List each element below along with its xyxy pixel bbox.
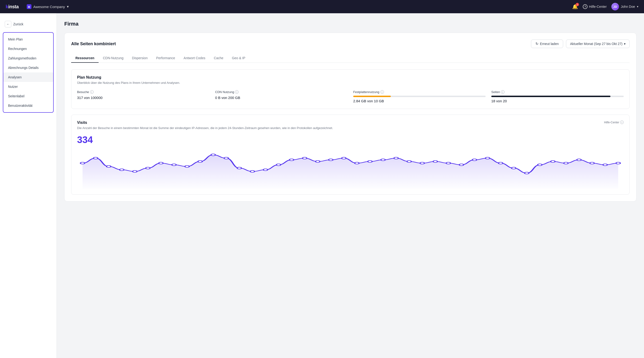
svg-point-38 <box>577 159 581 161</box>
svg-point-6 <box>159 162 163 164</box>
user-menu[interactable]: JD John Doe ▾ <box>611 3 638 11</box>
tab-cache[interactable]: Cache <box>210 54 228 63</box>
plan-nutzung-desc: Überblick über die Nutzung des Plans in … <box>77 81 624 85</box>
notifications-bell[interactable]: 🔔 1 <box>572 4 578 10</box>
svg-point-29 <box>459 164 464 166</box>
svg-point-10 <box>211 154 215 156</box>
svg-point-17 <box>302 157 307 159</box>
sidebar-item-rechnungen[interactable]: Rechnungen <box>3 44 53 54</box>
svg-point-34 <box>524 172 529 174</box>
card-header: Alle Seiten kombiniert ↻ Erneut laden Ak… <box>71 40 630 48</box>
besuche-value: 317 von 100000 <box>77 96 210 100</box>
festplatten-progress-fill <box>353 96 391 97</box>
sidebar-item-mein-plan[interactable]: Mein Plan <box>3 35 53 44</box>
svg-point-25 <box>407 160 411 162</box>
period-chevron-icon: ▾ <box>624 42 626 46</box>
metric-seiten: Seiten i 18 von 20 <box>491 90 624 103</box>
company-icon: ▦ <box>27 4 32 9</box>
sidebar-nav: Mein Plan Rechnungen Zahlungsmethoden Ab… <box>3 32 54 113</box>
seiten-progress-fill <box>491 96 610 97</box>
back-arrow-icon: ← <box>5 21 11 28</box>
svg-point-4 <box>133 170 137 172</box>
tab-antwort-codes[interactable]: Antwort Codes <box>180 54 210 63</box>
svg-point-5 <box>146 167 150 169</box>
svg-point-33 <box>512 167 516 169</box>
svg-point-18 <box>316 160 320 162</box>
sidebar-item-nutzer[interactable]: Nutzer <box>3 82 53 91</box>
sidebar-item-benutzeraktivitaet[interactable]: Benutzeraktivität <box>3 101 53 110</box>
sidebar: ← Zurück Mein Plan Rechnungen Zahlungsme… <box>0 13 57 358</box>
visits-count: 334 <box>77 134 624 145</box>
back-button[interactable]: ← Zurück <box>0 19 56 32</box>
help-icon: ? <box>583 4 588 9</box>
svg-point-28 <box>446 162 450 164</box>
svg-point-8 <box>185 165 189 167</box>
svg-point-12 <box>237 167 242 169</box>
sidebar-item-zahlungsmethoden[interactable]: Zahlungsmethoden <box>3 54 53 63</box>
sidebar-item-analysen[interactable]: Analysen <box>3 72 53 82</box>
visits-chart-svg <box>77 151 624 189</box>
metric-festplatten: Festplattennutzung i 2.84 GB von 10 GB <box>353 90 486 103</box>
tab-performance[interactable]: Performance <box>152 54 179 63</box>
festplatten-progress-bar <box>353 96 486 97</box>
svg-point-35 <box>538 164 542 166</box>
svg-point-31 <box>485 157 490 159</box>
tab-cdn-nutzung[interactable]: CDN-Nutzung <box>98 54 128 63</box>
sidebar-item-seitenlabel[interactable]: Seitenlabel <box>3 91 53 101</box>
svg-point-21 <box>355 162 359 164</box>
plan-nutzung-section: Plan Nutzung Überblick über die Nutzung … <box>71 69 630 109</box>
svg-point-22 <box>368 160 372 162</box>
seiten-info-icon[interactable]: i <box>501 90 504 94</box>
festplatten-info-icon[interactable]: i <box>380 90 384 94</box>
visits-chart <box>77 151 624 189</box>
cdn-value: 0 B von 200 GB <box>215 96 348 100</box>
help-center-link[interactable]: ? Hilfe-Center <box>583 4 607 9</box>
svg-point-39 <box>590 162 594 164</box>
reload-icon: ↻ <box>536 42 538 46</box>
visits-header: Visits Hilfe-Center i <box>77 120 624 125</box>
svg-point-13 <box>250 170 254 172</box>
festplatten-value: 2.84 GB von 10 GB <box>353 99 486 103</box>
svg-point-32 <box>498 162 502 164</box>
svg-point-30 <box>472 159 476 161</box>
card-actions: ↻ Erneut laden Aktueller Monat (Sep 27 b… <box>531 40 630 48</box>
svg-point-41 <box>616 162 620 164</box>
svg-point-16 <box>289 159 294 161</box>
svg-point-24 <box>394 157 398 159</box>
svg-point-0 <box>80 162 85 164</box>
company-chevron-icon: ▾ <box>67 5 69 9</box>
avatar: JD <box>611 3 619 11</box>
visits-help[interactable]: Hilfe-Center i <box>604 120 624 124</box>
back-label: Zurück <box>13 22 24 26</box>
besuche-info-icon[interactable]: i <box>90 90 94 94</box>
svg-point-7 <box>172 164 176 166</box>
reload-button[interactable]: ↻ Erneut laden <box>531 40 563 48</box>
svg-point-26 <box>420 162 424 164</box>
tab-ressourcen[interactable]: Ressourcen <box>71 54 98 63</box>
topnav: kinsta ▦ Awesome Company ▾ 🔔 1 ? Hilfe-C… <box>0 0 644 13</box>
page-title: Firma <box>64 21 636 27</box>
company-selector[interactable]: ▦ Awesome Company ▾ <box>24 3 71 11</box>
help-label: Hilfe-Center <box>589 5 607 9</box>
sidebar-item-abrechnungs-details[interactable]: Abrechnungs Details <box>3 63 53 72</box>
svg-point-23 <box>381 159 385 161</box>
kinsta-logo: kinsta <box>6 4 19 10</box>
svg-point-3 <box>120 169 124 171</box>
visits-desc: Die Anzahl der Besuche in einem bestimmt… <box>77 126 514 130</box>
user-chevron-icon: ▾ <box>637 5 638 8</box>
svg-point-11 <box>224 157 228 159</box>
svg-point-27 <box>433 160 437 162</box>
tab-dispersion[interactable]: Dispersion <box>128 54 152 63</box>
svg-point-15 <box>276 164 281 166</box>
svg-point-37 <box>564 162 568 164</box>
cdn-info-icon[interactable]: i <box>235 90 238 94</box>
visits-section: Visits Hilfe-Center i Die Anzahl der Bes… <box>71 115 630 195</box>
tab-geo-ip[interactable]: Geo & IP <box>228 54 250 63</box>
card-title: Alle Seiten kombiniert <box>71 42 116 46</box>
metric-besuche: Besuche i 317 von 100000 <box>77 90 210 103</box>
svg-point-36 <box>550 160 555 162</box>
analytics-card: Alle Seiten kombiniert ↻ Erneut laden Ak… <box>64 33 636 202</box>
username: John Doe <box>621 5 635 9</box>
period-selector[interactable]: Aktueller Monat (Sep 27 bis Okt 27) ▾ <box>566 40 630 48</box>
notification-badge: 1 <box>576 3 579 6</box>
